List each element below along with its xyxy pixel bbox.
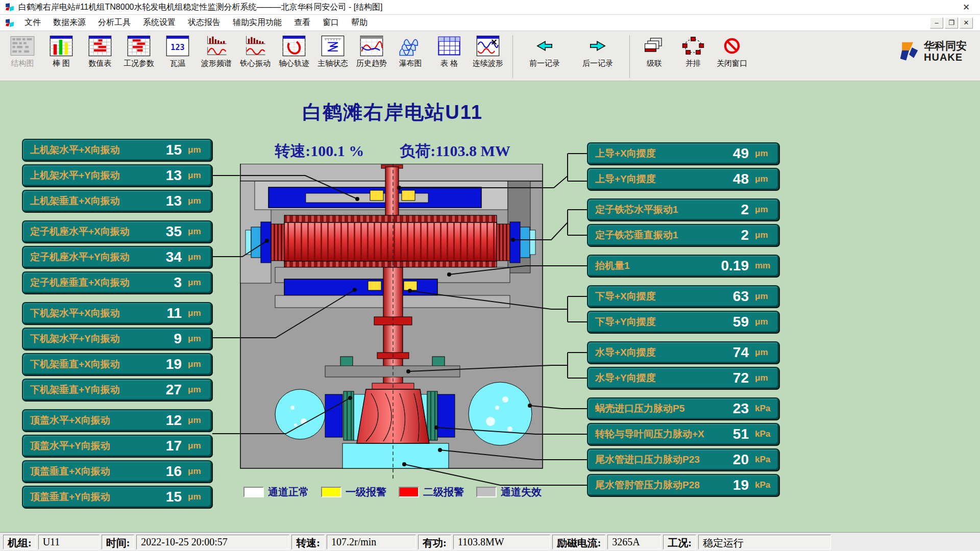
toolbar-button-padtemp[interactable]: 123瓦温: [158, 34, 197, 78]
menu-item-0[interactable]: 文件: [18, 15, 47, 30]
measurement-panel[interactable]: 下机架水平+Y向振动9μm: [22, 328, 212, 350]
toolbar-button-contwave[interactable]: 连续波形: [469, 34, 507, 78]
mdi-minimize-button[interactable]: –: [930, 17, 943, 29]
right-measurement-column: 上导+X向摆度49μm上导+Y向摆度48μm定子铁芯水平振动12μm定子铁芯垂直…: [587, 142, 779, 505]
left-panel-group-2: 下机架水平+X向振动11μm下机架水平+Y向振动9μm下机架垂直+X向振动19μ…: [22, 302, 212, 401]
panel-label: 下机架水平+X向振动: [30, 307, 142, 320]
measurement-panel[interactable]: 顶盖垂直+X向振动16μm: [22, 460, 212, 483]
left-panel-group-1: 定子机座水平+X向振动35μm定子机座水平+Y向振动34μm定子机座垂直+X向振…: [22, 220, 212, 294]
toolbar-button-label: 工况参数: [124, 59, 154, 68]
panel-value: 48: [709, 171, 749, 187]
gridtable-icon: [436, 34, 462, 58]
panel-unit: kPa: [749, 404, 775, 414]
panel-value: 19: [709, 477, 749, 493]
toolbar-button-spectrum[interactable]: 波形频谱: [197, 34, 236, 78]
toolbar-button-cascade[interactable]: 级联: [635, 34, 674, 78]
barchart-icon: [48, 34, 75, 58]
measurement-panel[interactable]: 抬机量10.19mm: [587, 255, 779, 277]
window-close-button[interactable]: ✕: [958, 2, 975, 13]
measurement-panel[interactable]: 定子铁芯垂直振动12μm: [587, 224, 779, 246]
app-icon: [5, 3, 14, 12]
menu-item-5[interactable]: 辅助实用功能: [227, 15, 288, 30]
measurement-panel[interactable]: 下导+X向摆度63μm: [587, 285, 779, 308]
panel-label: 下导+X向摆度: [595, 290, 709, 303]
status-field-value: 107.2r/min: [327, 535, 416, 549]
tile-icon: [680, 34, 706, 58]
menu-item-8[interactable]: 帮助: [345, 15, 374, 30]
toolbar-button-corevib[interactable]: 铁心振动: [236, 34, 275, 78]
numtable-icon: [87, 34, 113, 58]
menu-items: 文件数据来源分析工具系统设置状态报告辅助实用功能查看窗口帮助: [18, 15, 374, 30]
panel-value: 2: [709, 202, 749, 218]
menu-item-7[interactable]: 窗口: [316, 15, 345, 30]
menu-item-2[interactable]: 分析工具: [92, 15, 137, 30]
toolbar-button-label: 轴心轨迹: [279, 59, 309, 68]
measurement-panel[interactable]: 转轮与导叶间压力脉动+X51kPa: [587, 423, 779, 445]
measurement-panel[interactable]: 上机架垂直+X向振动13μm: [22, 190, 212, 212]
panel-label: 上导+Y向摆度: [595, 172, 709, 186]
measurement-panel[interactable]: 定子铁芯水平振动12μm: [587, 198, 779, 221]
measurement-panel[interactable]: 尾水管肘管压力脉动P2819kPa: [587, 474, 779, 496]
menu-item-1[interactable]: 数据来源: [47, 15, 92, 30]
toolbar-button-prev[interactable]: 前一记录: [518, 34, 571, 78]
legend-item-2: 二级报警: [399, 485, 464, 499]
measurement-panel[interactable]: 上机架水平+X向振动15μm: [22, 139, 212, 161]
panel-value: 49: [709, 145, 749, 162]
prev-icon: [531, 34, 558, 58]
status-field-value: 稳定运行: [698, 535, 831, 549]
measurement-panel[interactable]: 上导+Y向摆度48μm: [587, 168, 779, 190]
toolbar-button-waterfall[interactable]: 瀑布图: [391, 34, 430, 78]
measurement-panel[interactable]: 顶盖水平+Y向振动17μm: [22, 435, 212, 457]
operating-values-row: 转速:100.1 % 负荷:1103.8 MW: [219, 141, 566, 162]
legend-item-3: 通道失效: [476, 485, 542, 499]
menu-item-6[interactable]: 查看: [288, 15, 316, 30]
status-field-label: 励磁电流:: [552, 535, 606, 549]
window-title: 白鹤滩右岸电站#11机组TN8000水轮发电机组稳定性监测分析系统———北京华科…: [18, 2, 383, 13]
panel-label: 下导+Y向摆度: [595, 315, 709, 329]
menu-item-4[interactable]: 状态报告: [182, 15, 227, 30]
panel-value: 34: [142, 249, 182, 265]
measurement-panel[interactable]: 下机架水平+X向振动11μm: [22, 302, 212, 324]
measurement-panel[interactable]: 上机架水平+Y向振动13μm: [22, 164, 212, 187]
toolbar-button-paramtable[interactable]: 工况参数: [119, 34, 158, 78]
measurement-panel[interactable]: 顶盖垂直+Y向振动15μm: [22, 486, 212, 508]
toolbar-button-barchart[interactable]: 棒 图: [42, 34, 81, 78]
measurement-panel[interactable]: 下机架垂直+Y向振动27μm: [22, 379, 212, 401]
measurement-panel[interactable]: 水导+Y向摆度72μm: [587, 367, 779, 389]
panel-unit: μm: [182, 145, 208, 155]
toolbar-button-gridtable[interactable]: 表 格: [430, 34, 469, 78]
panel-unit: mm: [749, 261, 775, 271]
panel-value: 27: [142, 382, 182, 398]
panel-label: 上机架水平+X向振动: [30, 143, 142, 157]
toolbar-button-label: 历史趋势: [356, 59, 387, 68]
measurement-panel[interactable]: 定子机座水平+Y向振动34μm: [22, 246, 212, 268]
toolbar-button-trend[interactable]: 历史趋势: [352, 34, 391, 78]
measurement-panel[interactable]: 定子机座垂直+X向振动3μm: [22, 271, 212, 294]
measurement-panel[interactable]: 水导+X向摆度74μm: [587, 341, 779, 364]
status-field-label: 机组:: [3, 535, 36, 549]
panel-label: 定子铁芯水平振动1: [595, 203, 709, 216]
panel-value: 59: [709, 314, 749, 330]
panel-label: 下机架垂直+Y向振动: [30, 383, 142, 396]
mdi-close-button[interactable]: ✕: [960, 17, 973, 29]
measurement-panel[interactable]: 定子机座水平+X向振动35μm: [22, 220, 212, 243]
measurement-panel[interactable]: 下机架垂直+X向振动19μm: [22, 353, 212, 375]
panel-label: 上导+X向摆度: [595, 147, 709, 160]
toolbar-button-shaftstate[interactable]: 主轴状态: [313, 34, 352, 78]
menu-item-3[interactable]: 系统设置: [137, 15, 182, 30]
toolbar-button-numtable[interactable]: 数值表: [81, 34, 119, 78]
measurement-panel[interactable]: 顶盖水平+X向振动12μm: [22, 409, 212, 432]
toolbar-button-structure: 结构图: [3, 34, 42, 78]
mdi-restore-button[interactable]: ❐: [945, 17, 958, 29]
toolbar-button-next[interactable]: 后一记录: [571, 34, 624, 78]
svg-text:123: 123: [170, 43, 184, 52]
measurement-panel[interactable]: 上导+X向摆度49μm: [587, 142, 779, 165]
panel-unit: μm: [182, 441, 208, 451]
toolbar-button-orbit[interactable]: 轴心轨迹: [275, 34, 313, 78]
measurement-panel[interactable]: 蜗壳进口压力脉动P523kPa: [587, 397, 779, 420]
measurement-panel[interactable]: 尾水管进口压力脉动P2320kPa: [587, 448, 779, 471]
measurement-panel[interactable]: 下导+Y向摆度59μm: [587, 311, 779, 333]
left-panel-group-0: 上机架水平+X向振动15μm上机架水平+Y向振动13μm上机架垂直+X向振动13…: [22, 139, 212, 212]
toolbar-button-tile[interactable]: 并排: [674, 34, 713, 78]
toolbar-button-closewin[interactable]: 关闭窗口: [713, 34, 751, 78]
